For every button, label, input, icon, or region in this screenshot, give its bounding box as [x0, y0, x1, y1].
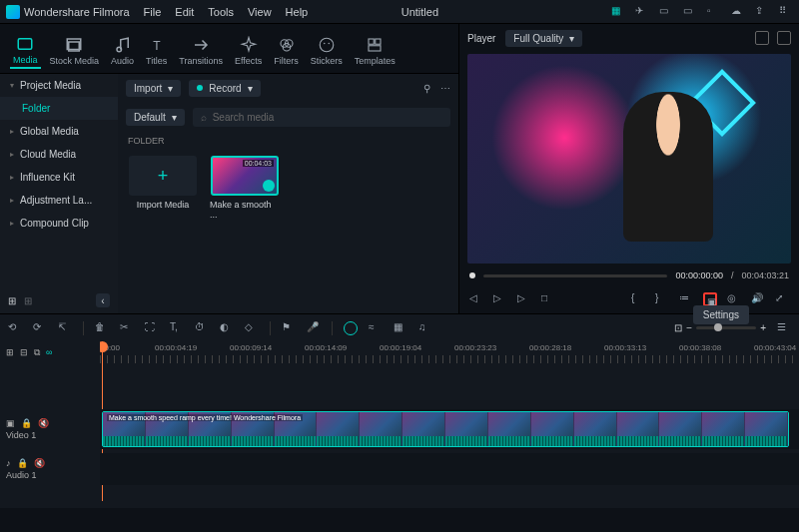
- track-link-icon[interactable]: ⧉: [34, 347, 40, 358]
- snapshot-icon[interactable]: [777, 31, 791, 45]
- collapse-sidebar-button[interactable]: ‹: [96, 293, 110, 307]
- prev-frame-button[interactable]: ◁: [469, 292, 483, 306]
- split-button[interactable]: ✂: [120, 321, 134, 335]
- gift-icon[interactable]: ▦: [611, 5, 625, 19]
- zoom-in-button[interactable]: +: [760, 322, 766, 333]
- camera-icon[interactable]: ◎: [727, 292, 741, 306]
- tab-titles[interactable]: TTitles: [143, 34, 170, 68]
- play-button[interactable]: ▷: [493, 292, 507, 306]
- filter-icon[interactable]: ⚲: [423, 83, 430, 94]
- sidebar-item-influence-kit[interactable]: ▸Influence Kit: [0, 166, 118, 189]
- audio-sync-button[interactable]: ≈: [369, 321, 383, 335]
- import-dropdown[interactable]: Import▾: [126, 80, 181, 97]
- tab-media[interactable]: Media: [10, 33, 41, 69]
- account-icon[interactable]: ⠿: [779, 5, 793, 19]
- timeline-body[interactable]: 00:00 00:00:04:19 00:00:09:14 00:00:14:0…: [100, 341, 799, 508]
- screen1-icon[interactable]: ▭: [659, 5, 673, 19]
- video-track-header[interactable]: ▣🔒🔇 Video 1: [0, 409, 100, 449]
- sort-dropdown[interactable]: Default▾: [126, 109, 185, 126]
- video-preview[interactable]: [467, 54, 791, 264]
- tab-templates[interactable]: Templates: [352, 34, 399, 68]
- speed-button[interactable]: ⏱: [195, 321, 209, 335]
- mute-icon[interactable]: 🔇: [38, 418, 49, 428]
- new-bin-icon[interactable]: ⊞: [24, 295, 32, 306]
- volume-icon[interactable]: 🔊: [751, 292, 765, 306]
- tab-stickers[interactable]: Stickers: [308, 34, 346, 68]
- playhead-dot-icon[interactable]: [469, 272, 475, 278]
- sidebar-item-compound-clip[interactable]: ▸Compound Clip: [0, 212, 118, 235]
- search-placeholder: Search media: [213, 112, 275, 123]
- sidebar-item-cloud-media[interactable]: ▸Cloud Media: [0, 143, 118, 166]
- menu-file[interactable]: File: [144, 6, 162, 18]
- zoom-out-button[interactable]: −: [686, 322, 692, 333]
- progress-bar[interactable]: [483, 274, 667, 277]
- menu-bar: Wondershare Filmora File Edit Tools View…: [0, 0, 799, 24]
- folder-heading: FOLDER: [118, 132, 458, 150]
- tab-transitions[interactable]: Transitions: [176, 34, 226, 68]
- video-clip[interactable]: Make a smooth speed ramp every time! Won…: [102, 411, 789, 447]
- menu-edit[interactable]: Edit: [175, 6, 194, 18]
- text-tool[interactable]: T,: [170, 321, 184, 335]
- screen2-icon[interactable]: ▭: [683, 5, 697, 19]
- stop-button[interactable]: □: [541, 292, 555, 306]
- zoom-slider[interactable]: [696, 326, 756, 329]
- clip-duration: 00:04:03: [243, 160, 274, 167]
- marker-button[interactable]: ⚑: [282, 321, 296, 335]
- tab-audio[interactable]: Audio: [108, 34, 137, 68]
- import-media-tile[interactable]: + Import Media: [128, 156, 198, 220]
- grid-view-icon[interactable]: [755, 31, 769, 45]
- sidebar-item-adjustment-layer[interactable]: ▸Adjustment La...: [0, 189, 118, 212]
- timeline-options-icon[interactable]: ☰: [777, 321, 791, 335]
- track-magnet-icon[interactable]: ∞: [46, 347, 52, 357]
- video-track[interactable]: Make a smooth speed ramp every time! Won…: [100, 409, 799, 449]
- tab-effects[interactable]: Effects: [232, 34, 265, 68]
- ruler-timestamp: 00:00:19:04: [380, 343, 421, 352]
- menu-tools[interactable]: Tools: [208, 6, 234, 18]
- list-icon[interactable]: ≔: [679, 292, 693, 306]
- search-input[interactable]: ⌕Search media: [193, 108, 450, 127]
- track-view1-icon[interactable]: ⊞: [6, 347, 14, 357]
- play-forward-button[interactable]: ▷: [517, 292, 531, 306]
- tab-filters[interactable]: Filters: [271, 34, 302, 68]
- audio-track[interactable]: [100, 453, 799, 485]
- zoom-fit-button[interactable]: ⊡: [674, 322, 682, 333]
- lock-icon[interactable]: 🔒: [17, 458, 28, 468]
- pointer-tool[interactable]: ↸: [58, 321, 72, 335]
- voice-button[interactable]: 🎤: [307, 321, 321, 335]
- color-button[interactable]: ◐: [220, 321, 234, 335]
- mute-icon[interactable]: 🔇: [34, 458, 45, 468]
- audio-track-header[interactable]: ♪🔒🔇 Audio 1: [0, 449, 100, 489]
- time-ruler[interactable]: 00:00 00:00:04:19 00:00:09:14 00:00:14:0…: [100, 341, 799, 363]
- fullscreen-icon[interactable]: ⤢: [775, 292, 789, 306]
- mark-out-button[interactable]: }: [655, 292, 669, 306]
- track-view2-icon[interactable]: ⊟: [20, 347, 28, 357]
- sidebar-item-project-media[interactable]: ▾Project Media: [0, 74, 118, 97]
- undo-button[interactable]: ⟲: [8, 321, 22, 335]
- menu-view[interactable]: View: [248, 6, 272, 18]
- crop-button[interactable]: ⛶: [145, 321, 159, 335]
- mark-in-button[interactable]: {: [631, 292, 645, 306]
- media-clip-tile[interactable]: 00:04:03 Make a smooth ...: [210, 156, 280, 220]
- mixer-button[interactable]: ♫: [418, 321, 432, 335]
- display-settings-button[interactable]: ▣: [703, 292, 717, 306]
- new-folder-icon[interactable]: ⊞: [8, 295, 16, 306]
- media-item-label: Make a smooth ...: [210, 200, 280, 220]
- auto-reframe-button[interactable]: [344, 321, 358, 335]
- redo-button[interactable]: ⟳: [33, 321, 47, 335]
- save-icon[interactable]: ▫: [707, 5, 721, 19]
- cloud-icon[interactable]: ☁: [731, 5, 745, 19]
- sidebar-item-folder[interactable]: Folder: [0, 97, 118, 120]
- more-icon[interactable]: ⋯: [440, 83, 450, 94]
- send-icon[interactable]: ✈: [635, 5, 649, 19]
- keyframe-button[interactable]: ◇: [245, 321, 259, 335]
- record-dropdown[interactable]: Record▾: [189, 80, 260, 97]
- lock-icon[interactable]: 🔒: [21, 418, 32, 428]
- export-icon[interactable]: ⇪: [755, 5, 769, 19]
- delete-button[interactable]: 🗑: [95, 321, 109, 335]
- sidebar-item-global-media[interactable]: ▸Global Media: [0, 120, 118, 143]
- tab-stock-media[interactable]: Stock Media: [47, 34, 103, 68]
- quality-dropdown[interactable]: Full Quality▾: [505, 30, 582, 47]
- menu-help[interactable]: Help: [286, 6, 309, 18]
- render-button[interactable]: ▦: [394, 321, 407, 335]
- chevron-down-icon: ▾: [10, 81, 14, 90]
